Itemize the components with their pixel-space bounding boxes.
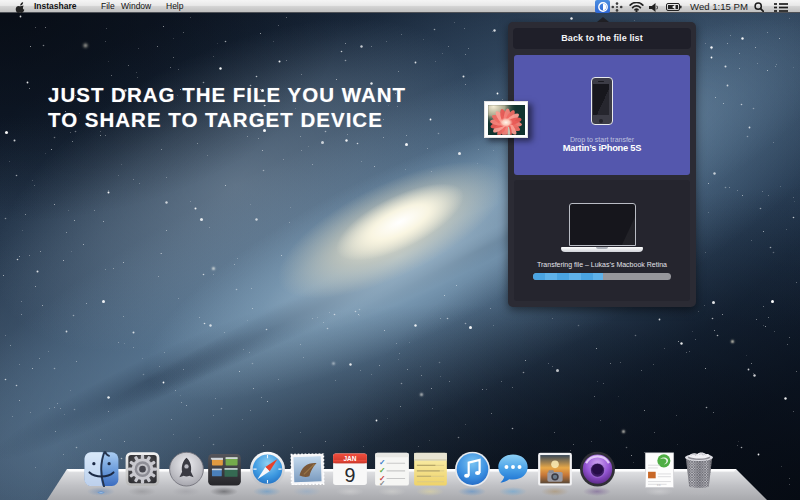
- svg-text:✓: ✓: [379, 479, 385, 486]
- svg-text:JAN: JAN: [343, 455, 356, 462]
- svg-text:9: 9: [345, 464, 356, 486]
